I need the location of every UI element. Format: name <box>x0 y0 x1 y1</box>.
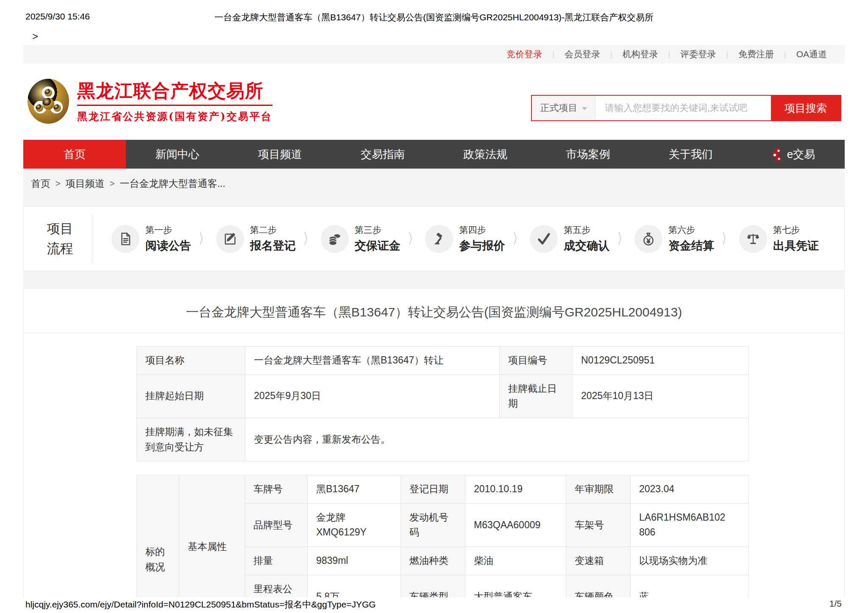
process-steps: 第一步 阅读公告 〉 第二步 报名登记 〉 <box>92 224 844 253</box>
label-inspection-term: 年审期限 <box>566 475 631 504</box>
project-info-table: 项目名称 一台金龙牌大型普通客车（黑B13647）转让 项目编号 N0129CL… <box>136 346 749 461</box>
value-vehicle-type: 大型普通客车 <box>465 575 566 597</box>
process-step-5: 第五步 成交确认 <box>530 224 609 253</box>
site-logo[interactable]: 黑龙江联合产权交易所 黑龙江省公共资源(国有资产)交易平台 <box>26 78 273 125</box>
step-arrow-icon: 〉 <box>199 229 208 249</box>
process-step-6: 第六步 资金结算 <box>634 224 714 253</box>
process-step-3: 第三步 交保证金 <box>321 224 401 253</box>
step-arrow-icon: 〉 <box>303 229 313 249</box>
label-subject-overview: 标的概况 <box>137 475 179 597</box>
step-number: 第一步 <box>145 224 191 236</box>
breadcrumb-projects[interactable]: 项目频道 <box>66 177 105 190</box>
nav-item-news[interactable]: 新闻中心 <box>126 140 228 169</box>
logo-emblem-icon <box>26 78 70 125</box>
process-step-7: 第七步 出具凭证 <box>739 224 819 253</box>
breadcrumb: 首页 > 项目频道 > 一台金龙牌大型普通客... <box>23 169 845 198</box>
main-nav: 首页 新闻中心 项目频道 交易指南 政策法规 市场案例 关于我们 e交易 <box>23 140 845 169</box>
step-number: 第二步 <box>250 224 296 236</box>
announcement-panel: 一台金龙牌大型普通客车（黑B13647）转让交易公告(国资监测编号GR2025H… <box>23 288 845 597</box>
topbar: 竞价登录 | 会员登录 | 机构登录 | 评委登录 | 免费注册 | OA通道 <box>23 45 845 64</box>
search-category-dropdown[interactable]: 正式项目 <box>532 96 595 120</box>
topbar-link-bid-login[interactable]: 竞价登录 <box>496 48 552 60</box>
logo-subtitle: 黑龙江省公共资源(国有资产)交易平台 <box>77 110 273 123</box>
value-listing-end: 2025年10月13日 <box>573 374 749 418</box>
nav-item-policies[interactable]: 政策法规 <box>434 140 537 169</box>
print-page-title: 一台金龙牌大型普通客车（黑B13647）转让交易公告(国资监测编号GR2025H… <box>0 11 868 23</box>
page: 2025/9/30 15:46 一台金龙牌大型普通客车（黑B13647）转让交易… <box>0 0 868 613</box>
value-inspection-term: 2023.04 <box>631 475 749 504</box>
step-arrow-icon: 〉 <box>513 229 522 249</box>
step-text: 第四步 参与报价 <box>459 224 505 253</box>
step-number: 第三步 <box>355 224 401 236</box>
process-step-1: 第一步 阅读公告 <box>111 224 191 253</box>
step-name: 阅读公告 <box>145 238 191 253</box>
topbar-link-free-register[interactable]: 免费注册 <box>728 48 784 60</box>
breadcrumb-home[interactable]: 首页 <box>31 177 50 190</box>
step-name: 资金结算 <box>668 238 714 253</box>
nav-item-etrade[interactable]: e交易 <box>742 140 845 169</box>
nav-item-about[interactable]: 关于我们 <box>640 140 742 169</box>
label-fuel-type: 燃油种类 <box>401 547 465 575</box>
label-listing-end: 挂牌截止日期 <box>500 374 573 418</box>
topbar-link-member-login[interactable]: 会员登录 <box>554 48 610 60</box>
search-input[interactable] <box>595 96 771 120</box>
label-registration-date: 登记日期 <box>401 475 465 504</box>
print-page-number: 1/5 <box>829 599 842 609</box>
step-arrow-icon: 〉 <box>722 229 731 249</box>
value-plate-number: 黑B13647 <box>308 475 401 504</box>
label-listing-start: 挂牌起始日期 <box>137 374 245 418</box>
step-name: 交保证金 <box>355 238 401 253</box>
step-number: 第七步 <box>773 224 819 236</box>
step-number: 第六步 <box>668 224 714 236</box>
print-chevron: > <box>32 31 38 42</box>
label-project-number: 项目编号 <box>500 347 573 375</box>
nav-item-trade-guide[interactable]: 交易指南 <box>331 140 434 169</box>
label-brand-model: 品牌型号 <box>245 503 308 546</box>
moneybag-icon <box>634 225 662 253</box>
table-row: 标的概况 基本属性 车牌号 黑B13647 登记日期 2010.10.19 年审… <box>137 475 749 504</box>
topbar-link-oa-channel[interactable]: OA通道 <box>786 48 837 60</box>
breadcrumb-separator: > <box>110 179 115 189</box>
logo-title: 黑龙江联合产权交易所 <box>77 81 273 106</box>
label-displacement: 排量 <box>245 547 308 575</box>
vin-text: LA6R1HSM6AB102806 <box>639 510 729 540</box>
nav-item-home[interactable]: 首页 <box>23 140 126 169</box>
label-plate-number: 车牌号 <box>245 475 308 504</box>
step-arrow-icon: 〉 <box>408 229 417 249</box>
topbar-link-org-login[interactable]: 机构登录 <box>612 48 668 60</box>
nav-item-cases[interactable]: 市场案例 <box>537 140 639 169</box>
nav-item-projects[interactable]: 项目频道 <box>229 140 331 169</box>
label-expiry-policy: 挂牌期满，如未征集到意向受让方 <box>137 418 245 461</box>
value-gearbox: 以现场实物为准 <box>631 547 749 575</box>
value-vin: LA6R1HSM6AB102806 <box>631 503 749 546</box>
step-text: 第三步 交保证金 <box>355 224 401 253</box>
step-name: 参与报价 <box>459 238 505 253</box>
e-trade-icon <box>772 147 783 161</box>
step-text: 第二步 报名登记 <box>250 224 296 253</box>
label-vehicle-type: 车辆类型 <box>401 575 465 597</box>
print-footer-url: hljcqjy.ejy365.com/ejy/Detail?infoId=N01… <box>25 599 376 610</box>
value-odometer: 5.8万 <box>308 575 401 597</box>
value-expiry-policy: 变更公告内容，重新发布公告。 <box>245 418 749 461</box>
search-button[interactable]: 项目搜索 <box>771 96 840 120</box>
step-name: 成交确认 <box>564 238 609 253</box>
label-vin: 车架号 <box>566 503 631 546</box>
announcement-title: 一台金龙牌大型普通客车（黑B13647）转让交易公告(国资监测编号GR2025H… <box>24 288 844 333</box>
value-brand-model: 金龙牌XMQ6129Y <box>308 503 401 546</box>
topbar-link-judge-login[interactable]: 评委登录 <box>670 48 726 60</box>
value-project-name: 一台金龙牌大型普通客车（黑B13647）转让 <box>245 347 500 375</box>
value-engine-number: M63QAA60009 <box>465 503 566 546</box>
label-project-name: 项目名称 <box>137 347 245 375</box>
table-row: 项目名称 一台金龙牌大型普通客车（黑B13647）转让 项目编号 N0129CL… <box>137 347 749 375</box>
step-number: 第四步 <box>459 224 505 236</box>
label-basic-attributes: 基本属性 <box>179 475 245 597</box>
step-name: 出具凭证 <box>773 238 819 253</box>
edit-icon <box>216 225 244 253</box>
value-vehicle-color: 蓝 <box>631 575 749 597</box>
step-number: 第五步 <box>564 224 609 236</box>
process-step-2: 第二步 报名登记 <box>216 224 296 253</box>
step-arrow-icon: 〉 <box>618 229 627 249</box>
check-icon <box>530 225 558 253</box>
process-title-line1: 项目 <box>28 219 92 239</box>
step-text: 第五步 成交确认 <box>564 224 609 253</box>
